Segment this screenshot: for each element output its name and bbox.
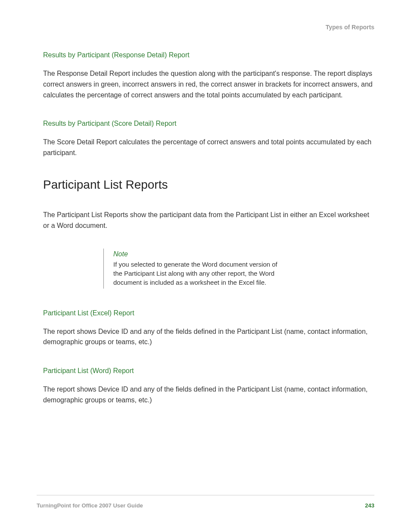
note-label: Note <box>113 250 284 258</box>
participant-list-section-title: Participant List Reports <box>43 178 374 192</box>
footer-page-number: 243 <box>365 502 374 509</box>
excel-report-body: The report shows Device ID and any of th… <box>43 327 374 348</box>
response-detail-heading: Results by Participant (Response Detail)… <box>43 51 374 59</box>
note-callout: Note If you selected to generate the Wor… <box>103 249 284 289</box>
score-detail-heading: Results by Participant (Score Detail) Re… <box>43 120 374 128</box>
response-detail-body: The Response Detail Report includes the … <box>43 68 374 100</box>
word-report-heading: Participant List (Word) Report <box>43 367 374 375</box>
footer-guide-name: TurningPoint for Office 2007 User Guide <box>37 502 143 509</box>
page-footer: TurningPoint for Office 2007 User Guide … <box>37 495 374 509</box>
note-text: If you selected to generate the Word doc… <box>113 260 284 287</box>
score-detail-body: The Score Detail Report calculates the p… <box>43 137 374 159</box>
excel-report-heading: Participant List (Excel) Report <box>43 309 374 317</box>
page-content: Types of Reports Results by Participant … <box>0 0 411 406</box>
word-report-body: The report shows Device ID and any of th… <box>43 384 374 406</box>
participant-list-intro: The Participant List Reports show the pa… <box>43 210 374 231</box>
header-breadcrumb: Types of Reports <box>43 24 374 31</box>
